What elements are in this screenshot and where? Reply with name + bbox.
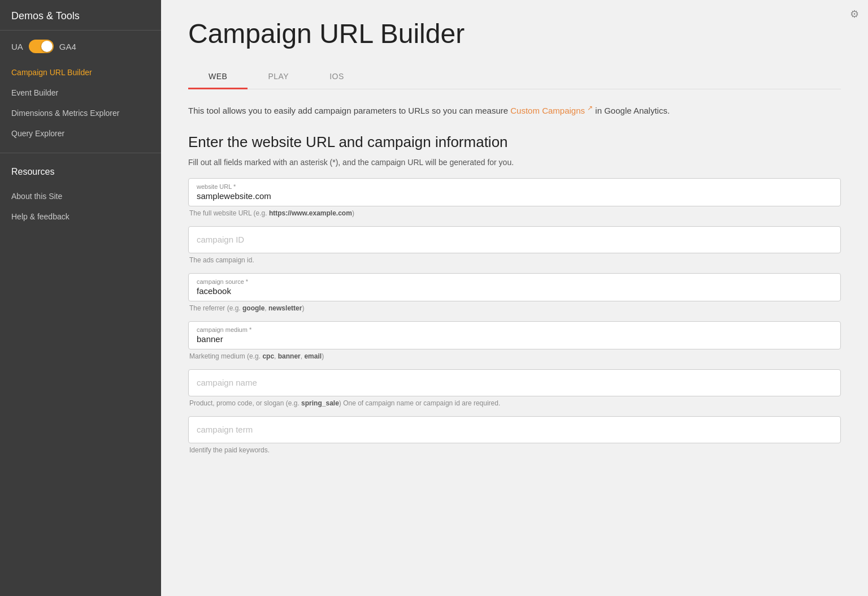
campaign-name-wrapper xyxy=(188,369,841,396)
campaign-id-wrapper xyxy=(188,226,841,253)
website-url-wrapper: website URL * xyxy=(188,178,841,206)
campaign-source-hint: The referrer (e.g. google, newsletter) xyxy=(188,304,841,312)
website-url-hint: The full website URL (e.g. https://www.e… xyxy=(188,209,841,217)
campaign-name-hint: Product, promo code, or slogan (e.g. spr… xyxy=(188,399,841,407)
tool-description: This tool allows you to easily add campa… xyxy=(188,103,841,118)
description-text: This tool allows you to easily add campa… xyxy=(188,106,510,115)
sidebar-item-help-feedback[interactable]: Help & feedback xyxy=(0,206,161,227)
main-nav: Campaign URL Builder Event Builder Dimen… xyxy=(0,58,161,148)
campaign-id-input[interactable] xyxy=(197,235,832,244)
resources-nav: About this Site Help & feedback xyxy=(0,182,161,231)
page-title: Campaign URL Builder xyxy=(188,18,841,49)
campaign-medium-input[interactable] xyxy=(197,334,832,344)
sidebar-item-campaign-url-builder[interactable]: Campaign URL Builder xyxy=(0,62,161,83)
custom-campaigns-link[interactable]: Custom Campaigns ↗ xyxy=(510,106,593,115)
resources-section-label: Resources xyxy=(0,158,161,182)
campaign-source-wrapper: campaign source * xyxy=(188,273,841,301)
website-url-input[interactable] xyxy=(197,191,832,201)
campaign-id-field-group: The ads campaign id. xyxy=(188,226,841,264)
campaign-term-field-group: Identify the paid keywords. xyxy=(188,416,841,454)
main-content: ⚙ Campaign URL Builder WEB PLAY IOS This… xyxy=(161,0,868,596)
tab-ios[interactable]: IOS xyxy=(309,65,364,89)
sidebar-divider xyxy=(0,153,161,153)
sidebar-item-event-builder[interactable]: Event Builder xyxy=(0,83,161,103)
campaign-source-label: campaign source * xyxy=(197,278,832,285)
ua-label: UA xyxy=(11,42,23,51)
campaign-name-field-group: Product, promo code, or slogan (e.g. spr… xyxy=(188,369,841,407)
ua-ga4-toggle[interactable] xyxy=(29,40,54,53)
campaign-medium-label: campaign medium * xyxy=(197,326,832,333)
website-url-field-group: website URL * The full website URL (e.g.… xyxy=(188,178,841,217)
tab-web[interactable]: WEB xyxy=(188,65,248,89)
description-suffix: in Google Analytics. xyxy=(593,106,670,115)
sidebar-item-dimensions-metrics-explorer[interactable]: Dimensions & Metrics Explorer xyxy=(0,103,161,123)
ua-ga4-toggle-row: UA GA4 xyxy=(0,31,161,58)
campaign-source-input[interactable] xyxy=(197,286,832,296)
campaign-term-input[interactable] xyxy=(197,425,832,434)
campaign-source-field-group: campaign source * The referrer (e.g. goo… xyxy=(188,273,841,312)
tabs: WEB PLAY IOS xyxy=(188,65,841,89)
campaign-term-wrapper xyxy=(188,416,841,443)
campaign-term-hint: Identify the paid keywords. xyxy=(188,446,841,454)
settings-icon[interactable]: ⚙ xyxy=(850,8,859,20)
sidebar: Demos & Tools UA GA4 Campaign URL Builde… xyxy=(0,0,161,596)
sidebar-header: Demos & Tools xyxy=(0,0,161,31)
form-section-heading: Enter the website URL and campaign infor… xyxy=(188,133,841,151)
website-url-label: website URL * xyxy=(197,183,832,190)
sidebar-item-query-explorer[interactable]: Query Explorer xyxy=(0,123,161,144)
campaign-medium-wrapper: campaign medium * xyxy=(188,321,841,349)
tab-play[interactable]: PLAY xyxy=(248,65,309,89)
campaign-name-input[interactable] xyxy=(197,378,832,387)
sidebar-item-about-this-site[interactable]: About this Site xyxy=(0,186,161,206)
campaign-id-hint: The ads campaign id. xyxy=(188,256,841,264)
ga4-label: GA4 xyxy=(59,42,76,51)
campaign-medium-field-group: campaign medium * Marketing medium (e.g.… xyxy=(188,321,841,360)
form-section-subtext: Fill out all fields marked with an aster… xyxy=(188,158,841,167)
campaign-medium-hint: Marketing medium (e.g. cpc, banner, emai… xyxy=(188,352,841,360)
